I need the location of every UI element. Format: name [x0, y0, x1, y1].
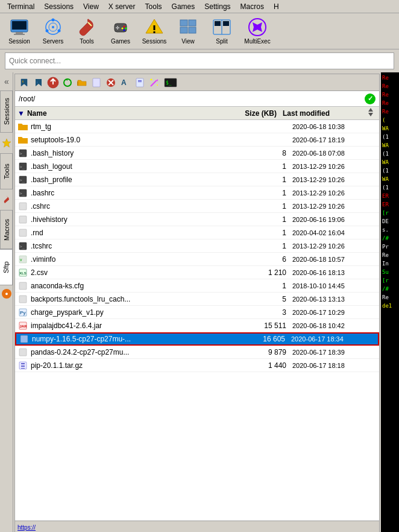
table-row[interactable]: numpy-1.16.5-cp27-cp27mu-... 16 605 2020…	[15, 332, 379, 346]
terminal-line: Re	[382, 107, 398, 116]
svg-text:XLS: XLS	[19, 271, 27, 275]
file-modified: 2013-12-29 10:26	[292, 176, 377, 183]
menu-view[interactable]: View	[78, 1, 104, 12]
table-row[interactable]: anaconda-ks.cfg 1 2018-10-10 14:45	[15, 279, 379, 293]
file-modified: 2020-06-17 18:19	[292, 136, 377, 144]
fb-new-file-btn[interactable]	[90, 76, 103, 89]
file-size: 1	[250, 202, 292, 211]
sidebar-tab-macros[interactable]: Macros	[0, 210, 13, 249]
terminal-line: (1	[382, 150, 398, 158]
sessions-icon	[145, 17, 164, 37]
table-row[interactable]: .rnd 1 2020-04-02 16:04	[15, 226, 379, 239]
svg-text:Py: Py	[20, 310, 26, 315]
terminal-line: WA	[382, 141, 398, 150]
menu-macros[interactable]: Macros	[236, 1, 269, 12]
table-row[interactable]: pip-20.1.1.tar.gz 1 440 2020-06-17 18:18	[15, 359, 379, 372]
table-row[interactable]: rtm_tg 2020-06-18 10:38	[15, 120, 379, 133]
fb-terminal-btn[interactable]: $_	[162, 76, 179, 89]
terminal-line: ER	[382, 192, 398, 200]
svg-rect-61	[19, 229, 27, 236]
table-row[interactable]: >_ .bash_history 8 2020-06-18 07:08	[15, 147, 379, 160]
folder-icon	[17, 122, 28, 131]
table-row[interactable]: >_ .bashrc 1 2013-12-29 10:26	[15, 186, 379, 200]
menu-xserver[interactable]: X server	[104, 1, 140, 12]
fb-toolbar: t ↓	[15, 74, 379, 91]
sidebar-tab-tools[interactable]: Tools	[0, 153, 13, 189]
sidebar-tab-sessions[interactable]: Sessions	[0, 90, 13, 133]
file-list-header: ▼ Name Size (KB) Last modified	[15, 107, 379, 120]
toolbar-tools-btn[interactable]: Tools	[71, 16, 102, 47]
file-size: 9 879	[250, 348, 292, 356]
terminal-line: /#	[382, 234, 398, 242]
quick-connect-input[interactable]	[5, 57, 394, 65]
toolbar-servers-btn[interactable]: Servers	[37, 16, 69, 47]
terminal-line: Re	[382, 293, 398, 302]
svg-point-9	[46, 30, 49, 33]
terminal-line: de1	[382, 302, 398, 310]
toolbar-games-btn[interactable]: Games	[105, 16, 136, 47]
toolbar-split-btn[interactable]: Split	[206, 16, 237, 47]
left-sidebar: « Sessions Tools Macros Sftp ●	[0, 72, 13, 532]
svg-rect-27	[223, 21, 229, 26]
file-modified: 2020-06-17 10:29	[292, 309, 377, 316]
table-row[interactable]: setuptools-19.0 2020-06-17 18:19	[15, 133, 379, 147]
toolbar-session-btn[interactable]: Session	[4, 16, 35, 47]
svg-rect-2	[16, 32, 23, 34]
terminal-line: Pr	[382, 242, 398, 251]
svg-marker-28	[2, 139, 11, 147]
fb-upload-btn[interactable]	[46, 76, 60, 89]
sidebar-tab-sftp[interactable]: Sftp	[0, 249, 13, 285]
svg-point-8	[58, 30, 61, 33]
fb-download-btn[interactable]: ↓	[32, 76, 45, 89]
table-row[interactable]: v .viminfo 6 2020-06-18 10:57	[15, 253, 379, 266]
terminal-line: Su	[382, 268, 398, 276]
quick-connect-bar	[5, 52, 394, 69]
menu-h[interactable]: H	[269, 1, 284, 12]
fb-refresh-btn[interactable]	[61, 76, 74, 89]
file-modified: 2020-06-17 18:34	[291, 335, 375, 343]
sidebar-collapse-btn[interactable]: «	[0, 72, 13, 90]
table-row[interactable]: .cshrc 1 2013-12-29 10:26	[15, 200, 379, 213]
menu-sessions[interactable]: Sessions	[39, 1, 78, 12]
file-name: numpy-1.16.5-cp27-cp27mu-...	[32, 335, 249, 343]
fb-bookmark-btn[interactable]: t	[17, 76, 31, 89]
svg-text:v: v	[20, 258, 22, 262]
header-modified[interactable]: Last modified	[283, 109, 367, 118]
fb-rename-btn[interactable]: A	[119, 76, 132, 89]
menu-terminal[interactable]: Terminal	[2, 1, 39, 12]
multiexec-icon	[248, 17, 267, 37]
table-row[interactable]: pandas-0.24.2-cp27-cp27mu... 9 879 2020-…	[15, 346, 379, 359]
file-list[interactable]: rtm_tg 2020-06-18 10:38 setuptools-19.0 …	[15, 120, 379, 521]
svg-text:>_: >_	[20, 151, 25, 156]
games-icon	[111, 17, 130, 37]
header-size[interactable]: Size (KB)	[234, 109, 283, 118]
menu-settings[interactable]: Settings	[200, 1, 235, 12]
svg-rect-74	[20, 335, 28, 343]
menu-tools[interactable]: Tools	[140, 1, 167, 12]
toolbar-view-label: View	[181, 38, 195, 45]
menu-games[interactable]: Games	[167, 1, 200, 12]
table-row[interactable]: backports.functools_lru_cach... 5 2020-0…	[15, 293, 379, 306]
fb-delete-btn[interactable]	[104, 76, 118, 89]
table-row[interactable]: XLS 2.csv 1 210 2020-06-16 18:13	[15, 266, 379, 279]
sidebar-orange-icon[interactable]: ●	[0, 285, 13, 302]
toolbar-view-btn[interactable]: View	[172, 16, 204, 47]
table-row[interactable]: >_ .tcshrc 1 2013-12-29 10:26	[15, 239, 379, 253]
table-row[interactable]: >_ .bash_profile 1 2013-12-29 10:26	[15, 173, 379, 186]
table-row[interactable]: .hivehistory 1 2020-06-16 19:06	[15, 213, 379, 226]
table-row[interactable]: Py charge_pyspark_v1.py 3 2020-06-17 10:…	[15, 306, 379, 319]
fb-magic-btn[interactable]	[148, 76, 161, 89]
header-name[interactable]: ▼ Name	[17, 109, 234, 118]
toolbar-multiexec-btn[interactable]: MultiExec	[240, 16, 275, 47]
fb-open-folder-btn[interactable]	[75, 76, 89, 89]
fb-info-btn[interactable]	[133, 76, 146, 89]
table-row[interactable]: >_ .bash_logout 1 2013-12-29 10:26	[15, 160, 379, 173]
sidebar-star-icon[interactable]	[0, 135, 13, 151]
toolbar-sessions-btn[interactable]: Sessions	[139, 16, 170, 47]
svg-point-6	[52, 26, 54, 28]
file-name: anaconda-ks.cfg	[31, 282, 250, 290]
path-bar: /root/ ✓	[15, 91, 379, 107]
svg-rect-12	[116, 27, 119, 28]
table-row[interactable]: JAR impalajdbc41-2.6.4.jar 15 511 2020-0…	[15, 319, 379, 332]
sidebar-red-icon[interactable]	[0, 191, 13, 208]
